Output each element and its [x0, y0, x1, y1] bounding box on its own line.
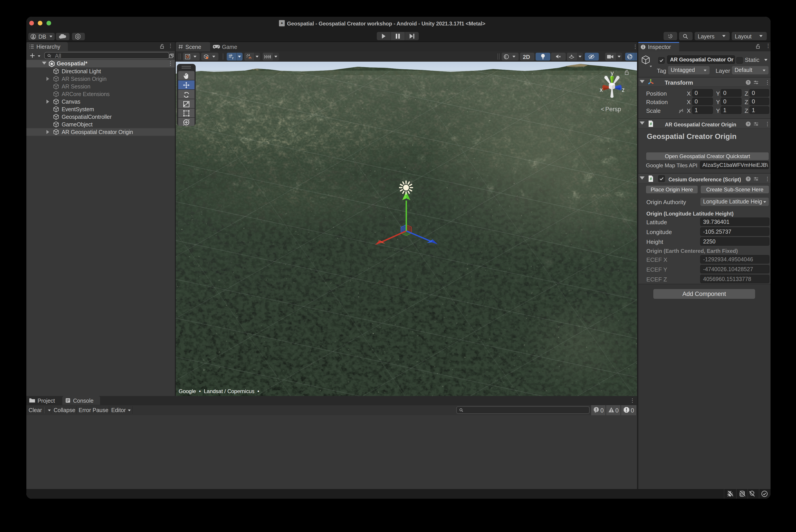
svg-text:#: # [650, 176, 652, 181]
svg-text:?: ? [747, 80, 749, 84]
svg-text:y: y [611, 71, 614, 76]
svg-text:z: z [622, 87, 624, 93]
svg-text:#: # [650, 121, 652, 126]
svg-text:?: ? [747, 177, 749, 181]
svg-text:?: ? [747, 122, 749, 126]
svg-text:x: x [600, 87, 603, 93]
